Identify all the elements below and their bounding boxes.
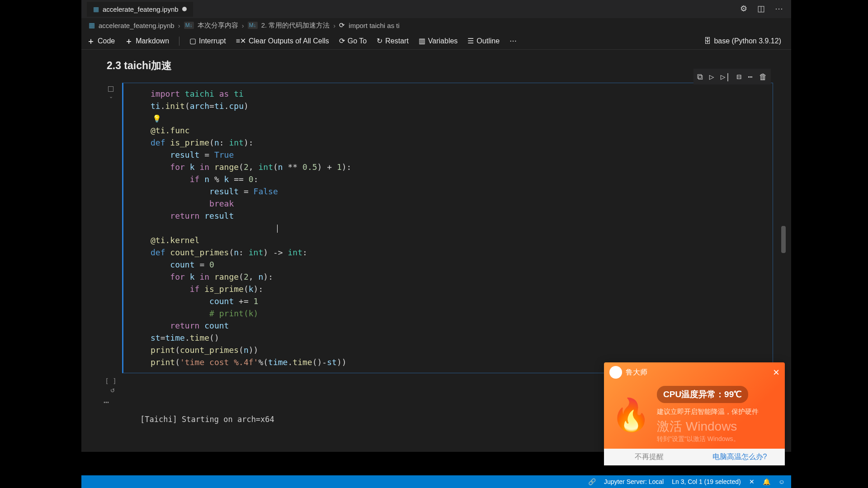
chevron-right-icon: › xyxy=(333,22,335,29)
breadcrumb-seg3[interactable]: import taichi as ti xyxy=(349,22,400,29)
help-link[interactable]: 电脑高温怎么办? xyxy=(694,449,785,465)
goto-button[interactable]: ⟳Go To xyxy=(339,37,367,45)
more-icon[interactable]: ⋯ xyxy=(775,4,783,14)
outline-button[interactable]: ☰Outline xyxy=(467,37,500,45)
code-editor[interactable]: ⧉ ▷ ▷| ⊟ ⋯ 🗑 import taichi as titi.init(… xyxy=(122,83,773,373)
sync-icon: ⟳ xyxy=(339,21,345,29)
dismiss-button[interactable]: 不再提醒 xyxy=(604,449,694,465)
jupyter-status[interactable]: Jupyter Server: Local xyxy=(604,478,664,485)
breadcrumb: ▦ accelerate_feateng.ipynb › M↓ 本次分享内容 ›… xyxy=(81,18,791,33)
output-collapse-icon[interactable]: ⋯ xyxy=(99,397,113,429)
goto-icon: ⟳ xyxy=(339,37,345,45)
variables-button[interactable]: ▥Variables xyxy=(419,37,458,45)
breadcrumb-seg1[interactable]: 本次分享内容 xyxy=(198,21,238,30)
chevron-right-icon: › xyxy=(178,22,180,29)
notifications-icon[interactable]: 🔔 xyxy=(763,478,770,485)
divider xyxy=(179,37,179,46)
stop-icon: ▢ xyxy=(189,37,196,45)
toolbar-more-button[interactable]: ⋯ xyxy=(509,37,517,45)
cursor-position[interactable]: Ln 3, Col 1 (19 selected) xyxy=(672,478,741,485)
section-title: 2.3 taichi加速 xyxy=(107,59,773,73)
windows-watermark: 激活 Windows xyxy=(657,418,778,435)
scrollbar-thumb[interactable] xyxy=(781,226,786,253)
breadcrumb-file[interactable]: accelerate_feateng.ipynb xyxy=(99,22,175,29)
split-cell-icon[interactable]: ⊟ xyxy=(736,70,741,83)
variables-icon: ▥ xyxy=(419,37,425,45)
split-editor-icon[interactable]: ◫ xyxy=(757,4,765,14)
popup-brand: 鲁大师 xyxy=(626,368,647,377)
chevron-right-icon: › xyxy=(242,22,244,29)
interrupt-button[interactable]: ▢Interrupt xyxy=(189,37,226,45)
markdown-icon: M↓ xyxy=(184,22,194,29)
cell-more-icon[interactable]: ⋯ xyxy=(748,70,753,83)
cell-gutter: ⌄ xyxy=(99,83,122,373)
interrupt-cell-icon[interactable] xyxy=(108,86,113,92)
flame-icon: 🔥 xyxy=(611,399,651,431)
python-icon[interactable]: ⧉ xyxy=(697,70,703,83)
kernel-selector[interactable]: 🗄 base (Python 3.9.12) xyxy=(704,37,781,45)
status-close-icon[interactable]: ✕ xyxy=(749,478,755,485)
windows-watermark-sub: 转到"设置"以激活 Windows。 xyxy=(657,435,778,443)
code-text[interactable]: import taichi as titi.init(arch=ti.cpu)💡… xyxy=(151,88,765,368)
tab-filename: accelerate_feateng.ipynb xyxy=(103,5,179,13)
code-cell: ⌄ ⧉ ▷ ▷| ⊟ ⋯ 🗑 import taichi as titi.ini… xyxy=(99,83,773,373)
temperature-alert-popup: ☺ 鲁大师 × 🔥 CPU温度异常：99℃ 建议立即开启智能降温，保护硬件 激活… xyxy=(604,362,785,465)
chevron-down-icon[interactable]: ⌄ xyxy=(109,94,113,99)
exec-count: [ ] xyxy=(105,377,116,385)
restart-icon: ↻ xyxy=(377,37,382,45)
add-markdown-button[interactable]: ＋Markdown xyxy=(125,36,169,47)
popup-advice: 建议立即开启智能降温，保护硬件 xyxy=(657,408,778,416)
unsaved-dot-icon xyxy=(182,7,187,11)
file-tab[interactable]: ▦ accelerate_feateng.ipynb xyxy=(87,2,193,17)
cpu-temp-badge: CPU温度异常：99℃ xyxy=(657,386,748,403)
clear-outputs-button[interactable]: ≡✕Clear Outputs of All Cells xyxy=(236,37,329,45)
remote-icon[interactable]: 🔗 xyxy=(588,478,596,485)
restart-button[interactable]: ↻Restart xyxy=(377,37,409,45)
run-cell-icon[interactable]: ▷ xyxy=(709,70,714,83)
notebook-icon: ▦ xyxy=(93,5,99,13)
plus-icon: ＋ xyxy=(87,36,95,47)
clear-icon: ≡✕ xyxy=(236,37,246,45)
ludashi-logo-icon: ☺ xyxy=(609,366,622,379)
status-bar: 🔗 Jupyter Server: Local Ln 3, Col 1 (19 … xyxy=(81,475,791,488)
server-icon: 🗄 xyxy=(704,37,711,45)
settings-icon[interactable]: ⚙ xyxy=(740,4,747,14)
markdown-icon: M↓ xyxy=(248,22,258,29)
delete-cell-icon[interactable]: 🗑 xyxy=(759,70,767,83)
add-code-button[interactable]: ＋Code xyxy=(87,36,115,47)
breadcrumb-seg2[interactable]: 2. 常用的代码加速方法 xyxy=(261,21,330,30)
cell-toolbar: ⧉ ▷ ▷| ⊟ ⋯ 🗑 xyxy=(693,69,771,84)
feedback-icon[interactable]: ☺ xyxy=(778,478,785,485)
notebook-toolbar: ＋Code ＋Markdown ▢Interrupt ≡✕Clear Outpu… xyxy=(81,33,791,50)
notebook-icon: ▦ xyxy=(89,21,95,29)
close-icon[interactable]: × xyxy=(773,366,779,379)
plus-icon: ＋ xyxy=(125,36,133,47)
outline-icon: ☰ xyxy=(467,37,474,45)
history-icon[interactable]: ↺ xyxy=(110,385,115,394)
tab-bar: ▦ accelerate_feateng.ipynb ⚙ ◫ ⋯ xyxy=(81,0,791,18)
run-below-icon[interactable]: ▷| xyxy=(721,70,731,83)
